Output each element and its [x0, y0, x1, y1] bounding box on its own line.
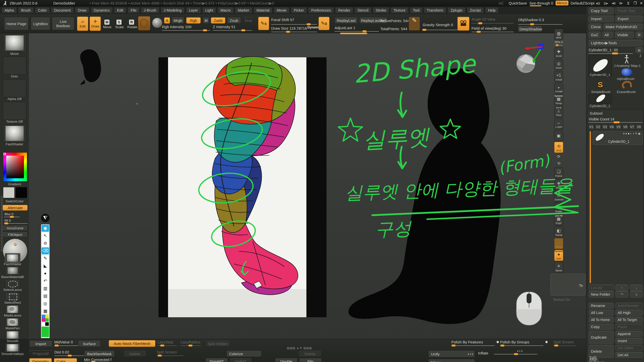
menu-item[interactable]: Transform: [424, 7, 447, 13]
main-color-swatch[interactable]: [3, 187, 15, 198]
delete-button-2[interactable]: Delete: [298, 350, 321, 357]
polish-features-toggle[interactable]: [497, 341, 499, 343]
menu-item[interactable]: Stencil: [354, 7, 372, 13]
double-button[interactable]: Double: [275, 358, 298, 362]
menu-item[interactable]: Picker: [291, 7, 307, 13]
unify-xyz[interactable]: X Y Z: [468, 351, 473, 357]
strip-solo[interactable]: Dynamic ● Solo: [554, 250, 563, 261]
active-tool-track[interactable]: [589, 53, 633, 54]
dock-right-icon[interactable]: ⧉▸: [619, 2, 623, 5]
lightbox-button[interactable]: LightBox: [31, 17, 50, 30]
copy-tool-button[interactable]: Copy Tool: [589, 8, 614, 14]
menu-item[interactable]: File: [128, 7, 139, 13]
texture-off[interactable]: Texture Off: [2, 102, 27, 123]
material-basicb[interactable]: BasicMaterialB: [0, 266, 25, 279]
menu-item[interactable]: Edit: [114, 7, 126, 13]
ui-slider-left-icon[interactable]: ◂||||: [596, 2, 600, 5]
menu-item[interactable]: J-Brush: [141, 7, 159, 13]
tray-collapse-handle[interactable]: ▨▨▨ ▲▼ ▨▨▨: [287, 346, 312, 350]
append-button[interactable]: Append: [615, 331, 643, 337]
move-button[interactable]: M Move: [102, 18, 112, 30]
camera-button[interactable]: [457, 17, 469, 31]
menu-item[interactable]: Tool: [410, 7, 423, 13]
surface-button[interactable]: Surface: [78, 340, 101, 347]
dock-left-icon[interactable]: ◂⧉: [612, 2, 616, 5]
mrgb-button[interactable]: Mrgb: [172, 17, 184, 24]
brush-masklasso[interactable]: MaskLasso: [0, 305, 25, 317]
geometry-button[interactable]: Geometry: [29, 358, 52, 362]
view-tab[interactable]: V8: [636, 124, 642, 130]
pen-app-logo-icon[interactable]: ⧨: [41, 214, 50, 222]
rf-track[interactable]: [4, 223, 28, 224]
menu-item[interactable]: Macro: [217, 7, 233, 13]
pen-eye-icon[interactable]: ◉: [42, 225, 49, 232]
deepshadow-button[interactable]: DeepShadow: [518, 26, 542, 32]
menu-item[interactable]: Dynamics: [91, 7, 113, 13]
strip-rotate-z[interactable]: ⟲: [554, 160, 563, 166]
strip-ghost[interactable]: ◌ Ghost: [554, 238, 563, 249]
default-zscript-button[interactable]: DefaultZScript: [571, 1, 594, 5]
all-to-home-button[interactable]: All To Home: [589, 317, 614, 323]
strip-frame[interactable]: ❏ Frame: [554, 167, 563, 178]
lazyradius-slider[interactable]: LazyRadius: [181, 340, 200, 344]
split-screen-slider[interactable]: Split Screen: [156, 350, 177, 354]
menu-item[interactable]: J-Modeling: [161, 7, 185, 13]
tool-import-button[interactable]: Import: [589, 16, 614, 22]
gradient-button[interactable]: Gradient: [2, 183, 27, 186]
autoreorder-button[interactable]: AutoReorder: [615, 303, 643, 309]
view-tab[interactable]: V3: [602, 124, 608, 130]
z-intensity-slider[interactable]: Z Intensity 51: [213, 25, 235, 29]
m-button[interactable]: M: [203, 17, 209, 24]
view-tab[interactable]: V2: [595, 124, 601, 130]
close-button[interactable]: ✕: [640, 1, 643, 6]
active-tool-slider[interactable]: Cylinder3D_1. 33: [589, 48, 618, 52]
move-down-button[interactable]: ↓: [630, 285, 643, 291]
brush-selectrect[interactable]: SelectRect: [0, 292, 25, 304]
stroke-move[interactable]: Move: [2, 34, 27, 56]
restore-button[interactable]: ❐: [633, 1, 637, 6]
strip-rotate-xyz[interactable]: ⟲ XYZ: [554, 142, 563, 153]
menu-item[interactable]: Render: [335, 7, 353, 13]
focal-shift-slider[interactable]: Focal Shift 57: [271, 18, 294, 22]
spix-slider[interactable]: SPix 3: [554, 40, 563, 47]
seethrough-track[interactable]: [530, 5, 541, 6]
rgb-button[interactable]: Rgb: [186, 17, 201, 24]
tool-export-button[interactable]: Export: [615, 16, 643, 22]
texture-on-label[interactable]: Texture On: [553, 298, 586, 302]
move-to-folder-button[interactable]: ↷: [615, 291, 628, 298]
pen-trash-icon[interactable]: ▥: [42, 285, 49, 292]
menus-button[interactable]: Menus: [555, 1, 569, 6]
zsub-button[interactable]: Zsub: [227, 17, 241, 24]
alphabrush-thumb[interactable]: [621, 68, 632, 76]
auto-mask-fibermesh-button[interactable]: Auto Mask FiberMesh: [109, 340, 155, 347]
visible-count-track[interactable]: [589, 122, 642, 123]
menu-item[interactable]: Marker: [235, 7, 252, 13]
menu-item[interactable]: Stroke: [373, 7, 389, 13]
secondary-color-swatch[interactable]: [16, 187, 27, 198]
left-scroll-strip[interactable]: [1, 196, 3, 251]
stroke-dots[interactable]: Dots: [2, 57, 27, 78]
menu-item[interactable]: Zscript: [467, 7, 484, 13]
pen-bw-swatches[interactable]: [42, 322, 49, 326]
bpr-button[interactable]: ◍ BPR: [554, 29, 563, 40]
alpha-off[interactable]: Alpha Off: [2, 79, 27, 101]
light-dot[interactable]: [14, 243, 17, 246]
live-boolean-button[interactable]: Live Boolean: [52, 17, 74, 30]
draw-button[interactable]: ✛ Draw: [90, 16, 101, 31]
seethrough-slider[interactable]: See-through 0: [529, 1, 553, 5]
scale-button[interactable]: S Scale: [114, 18, 124, 30]
colorize-button[interactable]: Colorize: [226, 350, 262, 357]
menu-item[interactable]: Help: [485, 7, 499, 13]
gravity-track[interactable]: [422, 30, 457, 30]
paste-subtool-button[interactable]: Paste: [615, 324, 643, 330]
rf-slider[interactable]: Rf 0: [5, 219, 11, 222]
polish-groups-toggle[interactable]: [545, 341, 548, 343]
dist-track[interactable]: [54, 355, 85, 356]
document-canvas[interactable]: [29, 33, 586, 339]
stroke-preview[interactable]: [138, 16, 150, 31]
objshadow-track[interactable]: [518, 24, 562, 25]
adjust-last-track[interactable]: [335, 31, 379, 32]
menu-item[interactable]: Preferences: [308, 7, 334, 13]
material-fastshader-2[interactable]: FastShader: [0, 253, 25, 266]
move-up-button[interactable]: ↑: [615, 285, 628, 291]
